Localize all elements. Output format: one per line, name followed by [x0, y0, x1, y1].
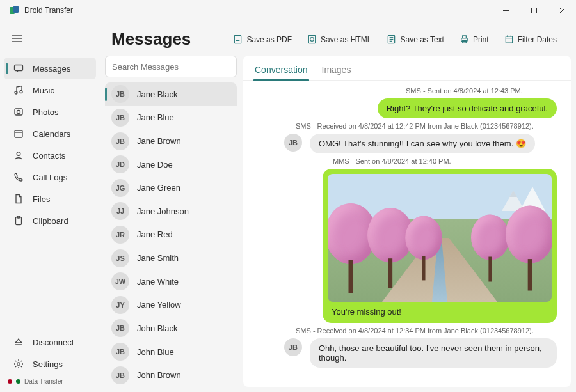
svg-rect-22 [308, 35, 315, 43]
contact-item[interactable]: JGJane Green [105, 176, 237, 200]
calendar-icon [13, 129, 24, 139]
avatar: JR [111, 226, 129, 244]
minimize-button[interactable] [492, 0, 520, 20]
contact-item[interactable]: JRJane Red [105, 223, 237, 247]
contact-item[interactable]: JBJane Brown [105, 129, 237, 153]
calendar-icon [504, 35, 514, 44]
avatar: JJ [111, 202, 129, 220]
contact-item[interactable]: JDJane Doe [105, 153, 237, 176]
mms-caption: You're missing out! [328, 302, 552, 318]
avatar: JW [111, 272, 129, 290]
html-icon [307, 35, 317, 44]
sidebar-item-label: Call Logs [33, 173, 67, 182]
contact-name: Jane Smith [137, 253, 179, 263]
contact-item[interactable]: JBJohn Brown [105, 363, 237, 387]
sent-bubble: Right? They're just so delicate and grac… [378, 98, 557, 118]
gear-icon [13, 359, 24, 369]
sidebar-item-contacts[interactable]: Contacts [0, 145, 100, 166]
contact-item[interactable]: JBJohn Blue [105, 340, 237, 364]
sidebar-item-label: Files [33, 194, 50, 204]
sidebar-item-music[interactable]: Music [0, 79, 100, 101]
avatar: JB [284, 134, 302, 152]
contact-name: Jane Doe [137, 160, 173, 169]
status-dot-1 [8, 379, 12, 384]
svg-rect-12 [15, 109, 22, 115]
svg-point-20 [17, 363, 20, 365]
save-pdf-button[interactable]: Save as PDF [227, 31, 298, 48]
svg-point-10 [15, 91, 17, 94]
contact-list: JBJane BlackJBJane BlueJBJane BrownJDJan… [105, 82, 237, 387]
contact-item[interactable]: JBJohn Black [105, 317, 237, 340]
received-bubble: OMG! That's stunning!! I can see why you… [310, 134, 535, 153]
svg-rect-1 [13, 6, 19, 13]
filter-dates-button[interactable]: Filter Dates [498, 31, 563, 48]
contact-name: Jane White [137, 277, 179, 286]
avatar: JD [111, 155, 129, 173]
contact-item[interactable]: JWJane White [105, 270, 237, 294]
received-bubble: Ohh, those are beautiful too. I've never… [310, 338, 557, 368]
message-meta: SMS - Received on 4/8/2024 at 12:34 PM f… [296, 327, 557, 334]
avatar: JG [111, 179, 129, 197]
contact-item[interactable]: JSJane Smith [105, 246, 237, 270]
hamburger-button[interactable] [4, 27, 29, 50]
contact-name: Jane Brown [137, 136, 181, 146]
avatar: JB [111, 132, 129, 150]
maximize-button[interactable] [520, 0, 548, 20]
search-box[interactable] [105, 56, 237, 77]
sidebar-item-label: Photos [33, 107, 58, 117]
svg-rect-30 [463, 40, 467, 43]
conversation-scroll[interactable]: SMS - Sent on 4/8/2024 at 12:43 PM. Righ… [243, 81, 571, 387]
save-text-button[interactable]: Save as Text [380, 31, 450, 48]
avatar: JB [111, 343, 129, 361]
svg-rect-14 [15, 130, 22, 137]
contact-name: John Black [137, 324, 178, 333]
sidebar-item-label: Contacts [33, 151, 65, 161]
print-button[interactable]: Print [453, 31, 495, 48]
sidebar-item-calendars[interactable]: Calendars [0, 123, 100, 145]
search-input[interactable] [112, 62, 230, 72]
tab-images[interactable]: Images [321, 62, 353, 80]
avatar: JY [111, 296, 129, 314]
svg-rect-3 [531, 8, 536, 13]
contact-item[interactable]: JBJane Blue [105, 106, 237, 130]
pdf-icon [233, 35, 243, 44]
svg-marker-37 [509, 191, 517, 197]
contact-icon [13, 150, 24, 161]
print-icon [460, 35, 469, 44]
toolbar: Save as PDF Save as HTML Save as Text Pr… [227, 31, 563, 48]
contact-item[interactable]: JJJane Johnson [105, 200, 237, 223]
save-html-button[interactable]: Save as HTML [301, 31, 378, 48]
svg-rect-29 [463, 36, 467, 38]
sidebar: MessagesMusicPhotosCalendarsContactsCall… [0, 20, 100, 392]
tab-conversation[interactable]: Conversation [253, 62, 309, 80]
svg-rect-21 [235, 35, 241, 43]
avatar: JB [284, 338, 302, 356]
mms-bubble: You're missing out! [323, 169, 557, 323]
close-button[interactable] [548, 0, 576, 20]
sidebar-item-settings[interactable]: Settings [0, 353, 100, 375]
sidebar-item-disconnect[interactable]: Disconnect [0, 331, 100, 353]
contact-item[interactable]: JBJane Black [105, 82, 237, 106]
contact-name: Jane Yellow [137, 300, 181, 310]
sidebar-item-clipboard[interactable]: Clipboard [0, 210, 100, 231]
svg-point-23 [310, 38, 314, 42]
sidebar-item-photos[interactable]: Photos [0, 101, 100, 123]
app-icon [9, 5, 19, 15]
svg-rect-9 [15, 65, 23, 71]
photo-icon [13, 107, 24, 117]
music-icon [13, 85, 24, 95]
contact-item[interactable]: JYJane Yellow [105, 293, 237, 317]
message-meta: SMS - Received on 4/8/2024 at 12:42 PM f… [296, 122, 557, 130]
sidebar-item-files[interactable]: Files [0, 188, 100, 210]
chat-icon [13, 63, 24, 74]
contact-name: Jane Blue [137, 113, 174, 122]
contact-name: Jane Red [137, 230, 173, 239]
status-label: Data Transfer [24, 378, 63, 385]
eject-icon [13, 337, 24, 347]
sidebar-item-label: Calendars [33, 129, 70, 139]
app-title: Droid Transfer [24, 6, 73, 15]
sidebar-item-call-logs[interactable]: Call Logs [0, 166, 100, 188]
mms-image[interactable] [328, 174, 552, 302]
sidebar-item-messages[interactable]: Messages [4, 58, 96, 79]
contact-name: John Brown [137, 370, 181, 380]
